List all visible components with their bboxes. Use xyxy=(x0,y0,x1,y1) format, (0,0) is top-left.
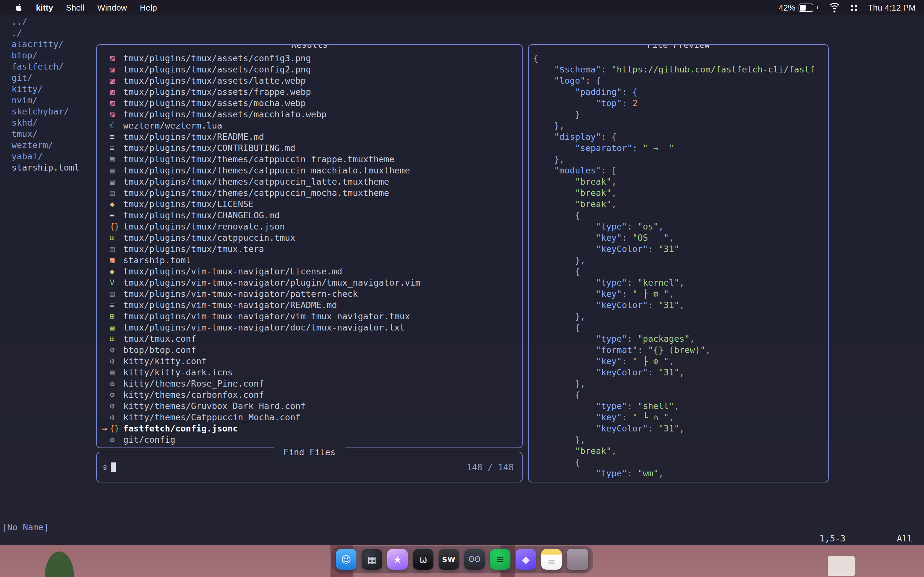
result-text: tmux/plugins/tmux/README.md xyxy=(123,131,264,142)
result-row[interactable]: ≡tmux/plugins/tmux/README.md xyxy=(99,131,522,142)
preview-line: }, xyxy=(533,378,828,389)
preview-line: }, xyxy=(533,311,828,322)
result-text: tmux/plugins/vim-tmux-navigator/doc/tmux… xyxy=(123,322,405,333)
result-row[interactable]: ▨tmux/plugins/tmux/assets/latte.webp xyxy=(99,75,522,86)
result-row[interactable]: ≡tmux/plugins/tmux/CHANGELOG.md xyxy=(99,210,522,221)
dock-trash-icon[interactable] xyxy=(567,549,588,570)
result-row[interactable]: ⚙kitty/kitty.conf xyxy=(99,356,522,367)
result-row[interactable]: Vtmux/plugins/vim-tmux-navigator/plugin/… xyxy=(99,277,522,288)
result-row[interactable]: ▤tmux/plugins/tmux/themes/catppuccin_fra… xyxy=(99,153,522,165)
sidebar-item-wezterm[interactable]: wezterm/ xyxy=(11,139,79,151)
dock-utility-app-icon[interactable]: SW xyxy=(439,549,459,570)
result-row[interactable]: ⊞tmux/plugins/vim-tmux-navigator/vim-tmu… xyxy=(99,311,522,322)
result-row[interactable]: ▤tmux/plugins/tmux/tmux.tera xyxy=(99,243,522,255)
sidebar-item-tmux[interactable]: tmux/ xyxy=(11,128,79,139)
result-text: kitty/kitty-dark.icns xyxy=(123,367,233,378)
result-row[interactable]: ▨tmux/plugins/tmux/assets/config3.png xyxy=(99,53,522,64)
sidebar-item-yabai[interactable]: yabai/ xyxy=(11,151,79,162)
image-file-icon: ▨ xyxy=(110,97,123,109)
menu-shell[interactable]: Shell xyxy=(66,3,84,13)
result-row[interactable]: ▨tmux/plugins/tmux/assets/config2.png xyxy=(99,64,522,75)
sidebar-item-..[interactable]: ../ xyxy=(11,16,79,27)
tmux-file-icon: ⊞ xyxy=(110,311,123,322)
doc-file-icon: ▤ xyxy=(110,367,123,378)
doc-file-icon: ▤ xyxy=(110,187,123,198)
result-row[interactable]: ⊞tmux/tmux.conf xyxy=(99,333,522,344)
file-preview-title: File Preview xyxy=(638,44,720,50)
sidebar-item-nvim[interactable]: nvim/ xyxy=(11,95,79,106)
dock-notes-icon[interactable]: ≡ xyxy=(541,549,562,570)
result-row[interactable]: ▨tmux/plugins/tmux/assets/mocha.webp xyxy=(99,97,522,109)
sidebar-item-skhd[interactable]: skhd/ xyxy=(11,117,79,128)
result-row[interactable]: ▨tmux/plugins/tmux/assets/macchiato.webp xyxy=(99,109,522,120)
result-row[interactable]: ▤kitty/kitty-dark.icns xyxy=(99,367,522,378)
dock-spotify-icon[interactable]: ≋ xyxy=(490,549,510,570)
result-text: kitty/themes/Catppuccin_Mocha.conf xyxy=(123,412,300,423)
result-row[interactable]: →{}fastfetch/config.jsonc xyxy=(99,423,522,434)
dock-discord-icon[interactable]: ʘʘ xyxy=(464,549,485,570)
sidebar-item-kitty[interactable]: kitty/ xyxy=(11,83,79,95)
selection-arrow-icon xyxy=(99,142,110,153)
sidebar-item-git[interactable]: git/ xyxy=(11,72,79,83)
find-files-title: Find Files xyxy=(274,446,345,458)
result-row[interactable]: ⚙kitty/themes/Catppuccin_Mocha.conf xyxy=(99,412,522,423)
preview-line: { xyxy=(533,266,828,277)
result-row[interactable]: ⊞tmux/plugins/tmux/catppuccin.tmux xyxy=(99,232,522,243)
apple-menu-icon[interactable] xyxy=(15,3,23,13)
result-row[interactable]: ▤tmux/plugins/tmux/themes/catppuccin_moc… xyxy=(99,187,522,198)
dock-finder-icon[interactable]: ☺ xyxy=(336,549,357,570)
sidebar-item-alacritty[interactable]: alacritty/ xyxy=(11,39,79,50)
dock-purple-app-icon[interactable]: ★ xyxy=(387,549,408,570)
result-text: tmux/plugins/tmux/CONTRIBUTING.md xyxy=(123,142,295,153)
result-row[interactable]: {}tmux/plugins/tmux/renovate.json xyxy=(99,221,522,232)
md-file-icon: ≡ xyxy=(110,131,123,142)
result-row[interactable]: ◆tmux/plugins/tmux/LICENSE xyxy=(99,198,522,210)
gear-file-icon: ⚙ xyxy=(110,344,123,356)
result-row[interactable]: ⚙git/config xyxy=(99,434,522,445)
result-row[interactable]: ⚙btop/btop.conf xyxy=(99,344,522,356)
preview-line: "break", xyxy=(533,187,828,198)
result-text: tmux/plugins/tmux/catppuccin.tmux xyxy=(123,232,295,243)
preview-line: "type": "shell", xyxy=(533,400,828,412)
result-row[interactable]: ☾wezterm/wezterm.lua xyxy=(99,120,522,131)
selection-arrow-icon xyxy=(99,153,110,165)
preview-line: "modules": [ xyxy=(533,165,828,176)
result-row[interactable]: ▤tmux/plugins/tmux/themes/catppuccin_mac… xyxy=(99,165,522,176)
result-row[interactable]: ▤tmux/plugins/vim-tmux-navigator/pattern… xyxy=(99,288,522,300)
dock-launchpad-icon[interactable]: ▦ xyxy=(362,549,382,570)
dock-kitty-icon[interactable]: ω xyxy=(413,549,433,570)
result-row[interactable]: ▨tmux/plugins/tmux/assets/frappe.webp xyxy=(99,86,522,97)
preview-line: "break", xyxy=(533,445,828,456)
wallpaper-vase xyxy=(828,556,855,576)
menu-clock[interactable]: Thu 4:12 PM xyxy=(868,3,916,13)
result-text: btop/btop.conf xyxy=(123,344,196,356)
menu-extras-icon[interactable] xyxy=(851,5,853,7)
app-menu-kitty[interactable]: kitty xyxy=(36,3,53,13)
sidebar-item-fastfetch[interactable]: fastfetch/ xyxy=(11,61,79,72)
wifi-icon[interactable] xyxy=(829,3,841,13)
result-row[interactable]: ⚙kitty/themes/carbonfox.conf xyxy=(99,389,522,400)
dock-obsidian-icon[interactable]: ◆ xyxy=(515,549,536,570)
selection-arrow-icon xyxy=(99,97,110,109)
result-row[interactable]: ⚙kitty/themes/Rose_Pine.conf xyxy=(99,378,522,389)
selection-arrow-icon xyxy=(99,131,110,142)
result-row[interactable]: ◆tmux/plugins/vim-tmux-navigator/License… xyxy=(99,266,522,277)
result-row[interactable]: ≡tmux/plugins/vim-tmux-navigator/README.… xyxy=(99,300,522,311)
result-row[interactable]: ▦starship.toml xyxy=(99,255,522,266)
sidebar-item-btop[interactable]: btop/ xyxy=(11,50,79,61)
battery-status[interactable]: 42% xyxy=(779,3,818,13)
sidebar-item-sketchybar[interactable]: sketchybar/ xyxy=(11,106,79,117)
menu-window[interactable]: Window xyxy=(97,3,127,13)
doc-file-icon: ▤ xyxy=(110,153,123,165)
menu-help[interactable]: Help xyxy=(140,3,157,13)
doc-file-icon: ▤ xyxy=(110,176,123,187)
result-row[interactable]: ⚙kitty/themes/Gruvbox_Dark_Hard.conf xyxy=(99,400,522,412)
result-text: tmux/plugins/tmux/themes/catppuccin_macc… xyxy=(123,165,410,176)
preview-line: "key": " └ ⌂ ", xyxy=(533,412,828,423)
result-row[interactable]: ▤tmux/plugins/vim-tmux-navigator/doc/tmu… xyxy=(99,322,522,333)
sidebar-item-starship.toml[interactable]: starship.toml xyxy=(11,162,79,173)
sidebar-item-.[interactable]: ./ xyxy=(11,27,79,39)
find-files-input[interactable]: ◎ xyxy=(103,462,116,473)
result-row[interactable]: ▤tmux/plugins/tmux/themes/catppuccin_lat… xyxy=(99,176,522,187)
result-row[interactable]: ≡tmux/plugins/tmux/CONTRIBUTING.md xyxy=(99,142,522,153)
